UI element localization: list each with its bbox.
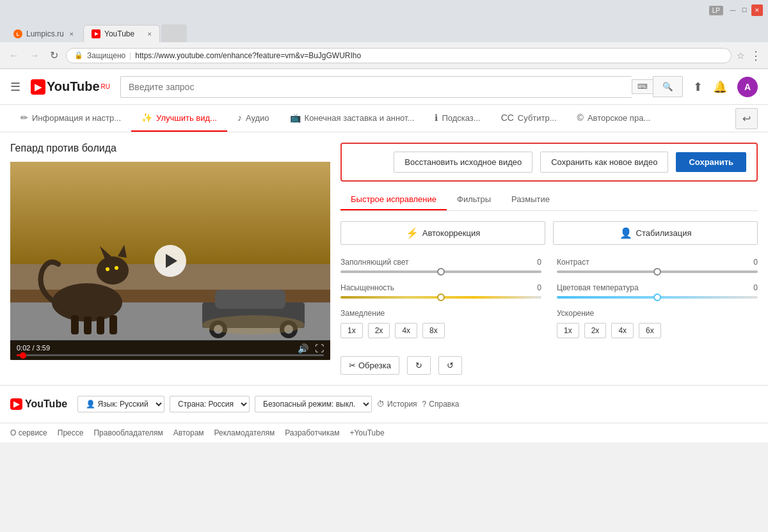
speed-controls: Замедление 1x 2x 4x 8x Ускорение 1x 2x 4… <box>340 309 758 348</box>
speed-up-title: Ускорение <box>557 309 758 318</box>
url-bar[interactable]: 🔒 Защищено | https://www.youtube.com/enh… <box>66 48 732 63</box>
bell-icon[interactable]: 🔔 <box>713 80 727 94</box>
video-time: 0:02 / 3:59 <box>17 344 324 352</box>
save-button[interactable]: Сохранить <box>676 152 746 172</box>
tab-lumpics[interactable]: L Lumpics.ru × <box>5 25 82 42</box>
refresh-button[interactable]: ↻ <box>407 356 431 375</box>
video-section: Гепард против болида <box>10 143 330 375</box>
footer-link-advertisers[interactable]: Рекламодателям <box>214 428 275 437</box>
close-button[interactable]: ✕ <box>751 4 763 16</box>
lock-icon: 🔒 <box>74 51 83 59</box>
fast-1x-button[interactable]: 1x <box>557 323 579 338</box>
autocorrect-label: Автокоррекция <box>422 228 481 238</box>
tab-youtube[interactable]: ▶ YouTube × <box>83 25 160 42</box>
slow-4x-button[interactable]: 4x <box>395 323 417 338</box>
bottom-tools: ✂ Обрезка ↻ ↺ <box>340 356 758 375</box>
tab-improve[interactable]: ✨ Улучшить вид... <box>131 105 227 132</box>
safety-select[interactable]: Безопасный режим: выкл. <box>255 396 372 412</box>
tab-end-screen[interactable]: 📺 Конечная заставка и аннот... <box>280 105 425 132</box>
undo-button[interactable]: ↺ <box>438 356 462 375</box>
save-as-new-button[interactable]: Сохранить как новое видео <box>540 152 668 173</box>
autocorrect-button[interactable]: ⚡ Автокоррекция <box>340 221 545 245</box>
video-player[interactable]: 0:02 / 3:59 🔊 ⛶ <box>10 162 330 360</box>
color-temp-track[interactable] <box>557 296 758 299</box>
tab-copyright[interactable]: © Авторское пра... <box>567 105 661 132</box>
minimize-button[interactable]: — <box>728 6 737 15</box>
contrast-dot[interactable] <box>653 268 661 276</box>
tab-filters[interactable]: Фильтры <box>447 189 501 210</box>
refresh-button[interactable]: ↻ <box>47 48 61 63</box>
play-button[interactable] <box>154 245 186 277</box>
avatar[interactable]: A <box>737 77 758 97</box>
saturation-dot[interactable] <box>437 293 445 301</box>
tab-blur[interactable]: Размытие <box>501 189 560 210</box>
fast-6x-button[interactable]: 6x <box>639 323 661 338</box>
back-to-video-button[interactable]: ↩ <box>735 108 758 129</box>
history-link[interactable]: ⏱ История <box>377 400 417 409</box>
youtube-logo[interactable]: ▶ YouTubeRU <box>31 79 110 95</box>
forward-button[interactable]: → <box>27 49 42 63</box>
saturation-label: Насыщенность 0 <box>340 283 541 292</box>
youtube-favicon: ▶ <box>92 29 100 38</box>
svg-point-20 <box>202 315 305 334</box>
slow-2x-button[interactable]: 2x <box>368 323 390 338</box>
saturation-slider-group: Насыщенность 0 <box>340 283 541 299</box>
logo-ru: RU <box>101 83 110 90</box>
tab-quick-fix[interactable]: Быстрое исправление <box>340 189 447 210</box>
footer-logo[interactable]: ▶ YouTube <box>10 398 67 410</box>
trim-button[interactable]: ✂ Обрезка <box>340 356 399 375</box>
slow-1x-button[interactable]: 1x <box>340 323 363 338</box>
tab-hints[interactable]: ℹ Подсказ... <box>424 105 490 132</box>
slow-8x-button[interactable]: 8x <box>422 323 445 338</box>
country-select[interactable]: Страна: Россия <box>170 396 250 412</box>
tab-subtitles-label: Субтитр... <box>518 113 557 123</box>
video-progress[interactable] <box>17 354 324 356</box>
tab-subtitles[interactable]: CC Субтитр... <box>491 105 567 132</box>
header-actions: ⬆ 🔔 A <box>693 77 758 97</box>
search-button[interactable]: 🔍 <box>653 76 683 97</box>
help-link[interactable]: ? Справка <box>422 400 460 409</box>
tab-info[interactable]: ✏ Информация и настр... <box>10 105 131 132</box>
footer-link-press[interactable]: Прессе <box>58 428 84 437</box>
address-bar: ← → ↻ 🔒 Защищено | https://www.youtube.c… <box>0 42 768 69</box>
fill-light-track[interactable] <box>340 270 541 273</box>
sliders-row-2: Насыщенность 0 Цветовая температура 0 <box>340 283 758 299</box>
footer-link-authors[interactable]: Авторам <box>173 428 204 437</box>
volume-icon[interactable]: 🔊 <box>298 343 308 354</box>
footer-link-plus-youtube[interactable]: +YouTube <box>349 428 384 437</box>
language-select[interactable]: 👤 Язык: Русский <box>77 396 164 412</box>
tab-youtube-close[interactable]: × <box>148 30 152 38</box>
logo-icon: ▶ <box>31 79 45 95</box>
maximize-button[interactable]: ☐ <box>740 6 749 15</box>
end-screen-tab-icon: 📺 <box>290 113 301 123</box>
fill-light-dot[interactable] <box>437 268 445 276</box>
footer-link-developers[interactable]: Разработчикам <box>285 428 339 437</box>
bookmark-button[interactable]: ☆ <box>737 51 745 61</box>
color-temp-dot[interactable] <box>653 293 661 301</box>
fullscreen-icon[interactable]: ⛶ <box>315 343 324 354</box>
search-input[interactable] <box>120 76 632 98</box>
tab-audio[interactable]: ♪ Аудио <box>227 105 280 132</box>
youtube-header: ☰ ▶ YouTubeRU ⌨ 🔍 ⬆ 🔔 A <box>0 69 768 105</box>
tool-tabs: Быстрое исправление Фильтры Размытие <box>340 189 758 211</box>
upload-icon[interactable]: ⬆ <box>693 80 703 94</box>
menu-icon[interactable]: ☰ <box>10 80 20 94</box>
tab-lumpics-close[interactable]: × <box>70 30 74 38</box>
footer-link-copyright[interactable]: Правообладателям <box>93 428 163 437</box>
footer-link-about[interactable]: О сервисе <box>10 428 47 437</box>
fast-2x-button[interactable]: 2x <box>584 323 607 338</box>
fast-4x-button[interactable]: 4x <box>611 323 634 338</box>
saturation-track[interactable] <box>340 296 541 299</box>
contrast-track[interactable] <box>557 270 758 273</box>
stabilize-button[interactable]: 👤 Стабилизация <box>553 221 758 245</box>
fill-light-slider-group: Заполняющий свет 0 <box>340 258 541 273</box>
contrast-slider-group: Контраст 0 <box>557 258 758 273</box>
current-time: 0:02 <box>17 344 30 352</box>
lumpics-favicon: L <box>13 29 22 38</box>
restore-original-button[interactable]: Восстановить исходное видео <box>394 152 532 173</box>
autocorrect-icon: ⚡ <box>406 227 419 239</box>
contrast-value: 0 <box>753 258 758 267</box>
back-button[interactable]: ← <box>6 49 22 63</box>
edit-main: Гепард против болида <box>0 132 768 385</box>
browser-menu-button[interactable]: ⋮ <box>750 50 762 61</box>
